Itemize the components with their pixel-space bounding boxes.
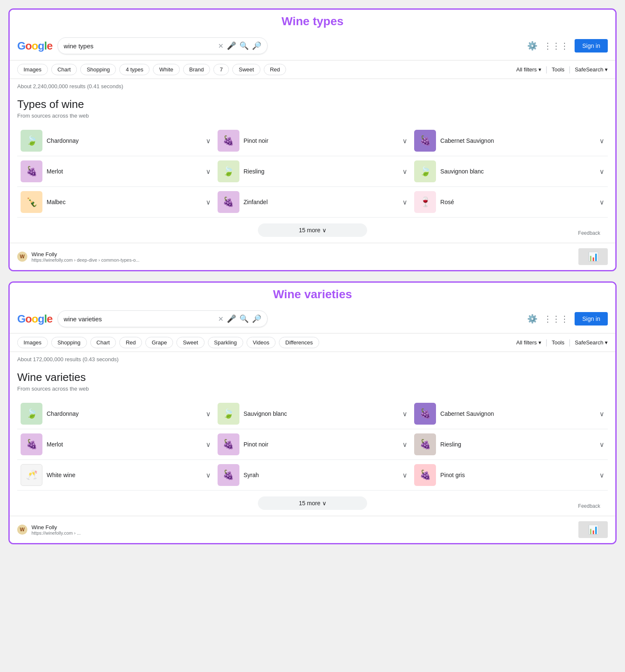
search-bar-2[interactable]: ✕ 🎤 🔍 🔎	[58, 310, 268, 327]
wine-name: Rosé	[440, 199, 595, 205]
chip-brand-1[interactable]: Brand	[183, 64, 210, 75]
tools-2[interactable]: Tools	[551, 339, 564, 346]
wine-name: Zinfandel	[244, 199, 399, 205]
section1-title: Wine types	[10, 10, 615, 32]
clear-icon-2[interactable]: ✕	[218, 315, 223, 323]
chip-chart-1[interactable]: Chart	[51, 64, 77, 75]
wine-item[interactable]: 🍾 Malbec ∨	[17, 187, 214, 218]
wine-item[interactable]: 🍇 Pinot noir ∨	[214, 126, 411, 156]
chip-7-1[interactable]: 7	[213, 64, 229, 75]
settings-icon-1[interactable]: ⚙️	[527, 41, 538, 51]
wine-chevron[interactable]: ∨	[599, 410, 604, 418]
clear-icon-1[interactable]: ✕	[218, 42, 223, 50]
wine-name: Sauvignon blanc	[244, 410, 399, 417]
wine-item[interactable]: 🍇 Syrah ∨	[214, 460, 411, 491]
wine-item[interactable]: 🍃 Chardonnay ∨	[17, 399, 214, 429]
wine-item[interactable]: 🍇 Merlot ∨	[17, 156, 214, 187]
chip-grape-2[interactable]: Grape	[145, 337, 173, 348]
wine-item[interactable]: 🍷 Rosé ∨	[411, 187, 608, 218]
wine-chevron[interactable]: ∨	[402, 441, 407, 449]
wine-chevron[interactable]: ∨	[599, 168, 604, 176]
chip-images-1[interactable]: Images	[17, 64, 48, 75]
lens-icon-2[interactable]: 🔍	[239, 314, 249, 323]
chip-white-1[interactable]: White	[153, 64, 179, 75]
source-url-1[interactable]: https://winefolly.com › deep-dive › comm…	[32, 257, 139, 262]
chip-red-2[interactable]: Red	[119, 337, 142, 348]
chip-images-2[interactable]: Images	[17, 337, 48, 348]
wine-chevron[interactable]: ∨	[206, 137, 211, 145]
wine-chevron[interactable]: ∨	[599, 441, 604, 449]
chip-differences-2[interactable]: Differences	[279, 337, 319, 348]
wine-chevron[interactable]: ∨	[402, 168, 407, 176]
settings-icon-2[interactable]: ⚙️	[527, 314, 538, 324]
search-input-2[interactable]	[64, 315, 215, 323]
wine-chevron[interactable]: ∨	[206, 471, 211, 479]
wine-thumb: 🍾	[21, 191, 42, 213]
all-filters-2[interactable]: All filters ▾	[516, 339, 541, 346]
wine-chevron[interactable]: ∨	[402, 198, 407, 206]
chip-sparkling-2[interactable]: Sparkling	[208, 337, 243, 348]
search-input-1[interactable]	[64, 42, 215, 50]
wine-item[interactable]: 🥂 White wine ∨	[17, 460, 214, 491]
chip-videos-2[interactable]: Videos	[247, 337, 276, 348]
wine-item[interactable]: 🍃 Riesling ∨	[214, 156, 411, 187]
chip-chart-2[interactable]: Chart	[90, 337, 116, 348]
chip-4types-1[interactable]: 4 types	[119, 64, 150, 75]
wine-name: Riesling	[440, 441, 595, 448]
wine-chevron[interactable]: ∨	[599, 471, 604, 479]
apps-icon-2[interactable]: ⋮⋮⋮	[544, 314, 569, 324]
mic-icon-2[interactable]: 🎤	[227, 314, 236, 323]
lens-icon-1[interactable]: 🔍	[239, 41, 249, 50]
wine-chevron[interactable]: ∨	[206, 410, 211, 418]
source-url-2[interactable]: https://winefolly.com › ...	[32, 530, 81, 536]
chip-shopping-2[interactable]: Shopping	[51, 337, 87, 348]
wine-chevron[interactable]: ∨	[206, 168, 211, 176]
wine-item[interactable]: 🍇 Pinot gris ∨	[411, 460, 608, 491]
wine-name: Chardonnay	[47, 410, 202, 417]
wine-name: Pinot gris	[440, 472, 595, 478]
search-submit-icon-2[interactable]: 🔎	[252, 314, 261, 323]
wine-thumb: 🍇	[218, 433, 239, 455]
wine-chevron[interactable]: ∨	[206, 198, 211, 206]
safesearch-2[interactable]: SafeSearch ▾	[575, 339, 608, 346]
chip-sweet-2[interactable]: Sweet	[176, 337, 204, 348]
header-right-2: ⚙️ ⋮⋮⋮ Sign in	[527, 312, 608, 326]
wine-name: Malbec	[47, 199, 202, 205]
apps-icon-1[interactable]: ⋮⋮⋮	[544, 41, 569, 51]
wine-chevron[interactable]: ∨	[599, 198, 604, 206]
knowledge-panel-2: Wine varieties From sources across the w…	[10, 367, 615, 516]
section-wine-types: Wine types Google ✕ 🎤 🔍 🔎 ⚙️ ⋮⋮⋮ Sign in…	[8, 8, 617, 271]
chip-red-1[interactable]: Red	[264, 64, 286, 75]
wine-item[interactable]: 🍇 Cabernet Sauvignon ∨	[411, 399, 608, 429]
wine-thumb: 🍃	[414, 160, 436, 182]
chip-sweet-1[interactable]: Sweet	[232, 64, 260, 75]
all-filters-1[interactable]: All filters ▾	[516, 66, 541, 73]
wine-chevron[interactable]: ∨	[599, 137, 604, 145]
tools-1[interactable]: Tools	[551, 66, 564, 73]
wine-chevron[interactable]: ∨	[402, 471, 407, 479]
results-count-1: About 2,240,000,000 results (0.41 second…	[10, 79, 615, 94]
panel-title-2: Wine varieties	[17, 371, 608, 384]
wine-item[interactable]: 🍇 Riesling ∨	[411, 429, 608, 460]
safesearch-1[interactable]: SafeSearch ▾	[575, 66, 608, 73]
chip-shopping-1[interactable]: Shopping	[80, 64, 116, 75]
search-submit-icon-1[interactable]: 🔎	[252, 41, 261, 50]
wine-item[interactable]: 🍃 Sauvignon blanc ∨	[411, 156, 608, 187]
wine-item[interactable]: 🍃 Sauvignon blanc ∨	[214, 399, 411, 429]
wine-name: White wine	[47, 472, 202, 478]
search-bar-1[interactable]: ✕ 🎤 🔍 🔎	[58, 37, 268, 54]
wine-chevron[interactable]: ∨	[206, 441, 211, 449]
wine-chevron[interactable]: ∨	[402, 410, 407, 418]
wine-chevron[interactable]: ∨	[402, 137, 407, 145]
source-row-2: W Wine Folly https://winefolly.com › ...…	[10, 516, 615, 543]
wine-item[interactable]: 🍇 Cabernet Sauvignon ∨	[411, 126, 608, 156]
wine-item[interactable]: 🍇 Pinot noir ∨	[214, 429, 411, 460]
mic-icon-1[interactable]: 🎤	[227, 41, 236, 50]
wine-thumb: 🍇	[414, 130, 436, 152]
signin-button-1[interactable]: Sign in	[575, 39, 608, 52]
wine-item[interactable]: 🍇 Zinfandel ∨	[214, 187, 411, 218]
wine-item[interactable]: 🍇 Merlot ∨	[17, 429, 214, 460]
signin-button-2[interactable]: Sign in	[575, 312, 608, 326]
chip-right-1: All filters ▾ | Tools | SafeSearch ▾	[516, 65, 608, 74]
wine-item[interactable]: 🍃 Chardonnay ∨	[17, 126, 214, 156]
